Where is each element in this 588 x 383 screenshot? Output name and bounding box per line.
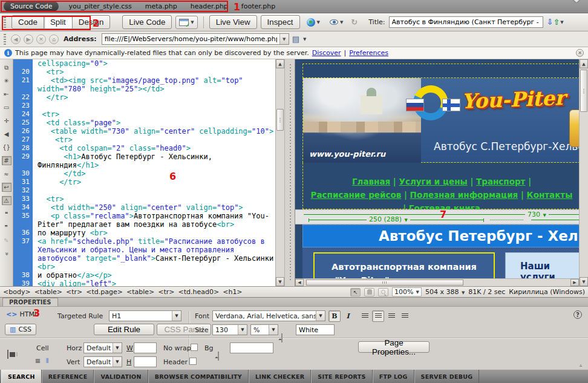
tag-selector-item[interactable]: <table> bbox=[34, 288, 62, 296]
merge-cells-icon[interactable]: ▦ bbox=[35, 358, 41, 364]
zoom-tool-icon[interactable] bbox=[378, 288, 388, 296]
syntax-error-icon[interactable]: ⚠ bbox=[2, 196, 11, 205]
design-nav-link[interactable]: Услуги и цены bbox=[399, 177, 468, 186]
inspect-button[interactable]: Inspect bbox=[261, 15, 300, 29]
discover-link[interactable]: Discover bbox=[312, 49, 341, 57]
related-file-tab[interactable]: header.php bbox=[191, 2, 228, 10]
table-width-outer-label[interactable]: 730 ▼ bbox=[525, 211, 549, 218]
balance-braces-icon[interactable]: {} bbox=[2, 143, 11, 152]
visual-aids-button[interactable]: ▼ bbox=[327, 16, 346, 29]
vert-select[interactable]: Default▼ bbox=[83, 356, 122, 367]
code-line[interactable]: 36по маршруту <br> bbox=[13, 229, 275, 237]
code-navigator-icon[interactable]: ✳ bbox=[2, 76, 11, 85]
home-icon[interactable]: ⌂ bbox=[49, 34, 59, 44]
tag-selector-item[interactable]: <td.page> bbox=[86, 288, 123, 296]
design-view[interactable]: You-Piter Автобус С.Петербург-Хельсинки … bbox=[295, 59, 579, 286]
code-line[interactable]: 35 <p class="reclama">Автотранспортная к… bbox=[13, 212, 275, 229]
design-content-area[interactable]: Автотранспортная компания "You-Piter" пр… bbox=[302, 247, 579, 278]
live-code-button[interactable]: Live Code bbox=[122, 15, 172, 29]
text-color-swatch[interactable] bbox=[281, 333, 283, 342]
preview-in-browser-button[interactable]: ▼ bbox=[304, 16, 323, 29]
align-justify-button[interactable] bbox=[399, 310, 411, 322]
live-view-button[interactable]: Live View bbox=[209, 15, 257, 29]
tag-selector-item[interactable]: <h1> bbox=[223, 288, 242, 296]
design-nav-link[interactable]: Контакты bbox=[527, 190, 573, 200]
size-select[interactable]: 130▼ bbox=[212, 324, 247, 335]
promo-box[interactable]: Автотранспортная компания "You-Piter" пр… bbox=[313, 252, 495, 278]
collapse-panel-icon[interactable]: ▵ bbox=[580, 362, 582, 368]
code-line[interactable]: 33 <tr> bbox=[13, 195, 275, 203]
select-tool-icon[interactable]: ↖ bbox=[350, 288, 361, 296]
align-left-button[interactable] bbox=[359, 310, 371, 322]
tag-selector-item[interactable]: <td.head0> bbox=[178, 288, 220, 296]
design-nav-link[interactable]: Транспорт bbox=[476, 177, 525, 186]
scroll-down-icon[interactable]: ▼ bbox=[580, 277, 588, 286]
split-cell-icon[interactable]: ⫼ bbox=[46, 358, 48, 364]
help-icon[interactable]: ? bbox=[573, 310, 582, 319]
code-line[interactable]: 23 bbox=[13, 102, 275, 110]
cell-height-input[interactable] bbox=[134, 356, 157, 367]
collapse-selection-icon[interactable]: ▭ bbox=[2, 103, 11, 112]
filter-related-files-icon[interactable] bbox=[572, 2, 582, 11]
page-properties-button[interactable]: Page Properties... bbox=[358, 341, 430, 353]
nowrap-checkbox[interactable] bbox=[191, 344, 198, 351]
file-management-button[interactable]: ⇩⇧▼ bbox=[547, 18, 564, 27]
results-tab-validation[interactable]: VALIDATION bbox=[94, 370, 148, 383]
scroll-right-icon[interactable]: ▶ bbox=[570, 279, 579, 286]
results-tab-browser-compatibility[interactable]: BROWSER COMPATIBILITY bbox=[148, 370, 249, 383]
apply-comment-icon[interactable]: ❝ bbox=[2, 209, 11, 218]
tag-selector-item[interactable]: <table> bbox=[126, 288, 154, 296]
close-info-bar-icon[interactable]: ✕ bbox=[576, 49, 584, 57]
forward-icon[interactable]: ▶ bbox=[24, 34, 33, 44]
check-page-button[interactable]: ▼ bbox=[175, 16, 197, 29]
html-mode-button[interactable]: <> HTML bbox=[6, 310, 38, 318]
services-box[interactable]: Наши услуги bbox=[505, 252, 579, 278]
code-line[interactable]: 25 <td class="page"> bbox=[13, 119, 275, 127]
align-right-button[interactable] bbox=[385, 310, 397, 322]
table-width-inner-label[interactable]: 250 (288) ▼ bbox=[367, 215, 410, 223]
results-tab-server-debug[interactable]: SERVER DEBUG bbox=[414, 370, 480, 383]
align-center-button[interactable] bbox=[372, 310, 384, 322]
open-documents-icon[interactable]: ⧉ bbox=[2, 63, 11, 72]
hand-tool-icon[interactable] bbox=[364, 288, 374, 296]
word-wrap-icon[interactable]: ↩ bbox=[2, 183, 11, 192]
select-parent-tag-icon[interactable]: ◀ bbox=[2, 129, 11, 139]
results-tab-search[interactable]: SEARCH bbox=[1, 370, 42, 383]
results-tab-ftp-log[interactable]: FTP LOG bbox=[373, 370, 414, 383]
refresh-icon[interactable]: ↻ bbox=[350, 18, 359, 27]
remove-comment-icon[interactable]: ❞ bbox=[2, 223, 11, 232]
results-tab-reference[interactable]: REFERENCE bbox=[42, 370, 94, 383]
tag-selector-item[interactable]: <tr> bbox=[158, 288, 174, 296]
split-view-button[interactable]: Split bbox=[44, 15, 73, 29]
code-vertical-scrollbar[interactable]: ▲ ▼ bbox=[275, 59, 284, 286]
design-view-button[interactable]: Design bbox=[72, 15, 111, 29]
results-tab-site-reports[interactable]: SITE REPORTS bbox=[311, 370, 372, 383]
size-unit-select[interactable]: %▼ bbox=[250, 324, 278, 335]
code-view[interactable]: cellspacing="0">20 <tr>21 <td><img src="… bbox=[13, 59, 275, 286]
address-input[interactable] bbox=[102, 34, 279, 44]
collapse-full-tag-icon[interactable]: ⇤ bbox=[2, 90, 11, 99]
code-line[interactable]: 22 </tr> bbox=[13, 93, 275, 102]
more-icon[interactable]: » bbox=[2, 249, 11, 259]
scroll-up-icon[interactable]: ▲ bbox=[580, 59, 588, 68]
scroll-up-icon[interactable]: ▲ bbox=[276, 59, 284, 68]
code-line[interactable]: 27 <tr> bbox=[13, 136, 275, 144]
code-line[interactable]: 26 <table width="730" align="center" cel… bbox=[13, 127, 275, 136]
magnification-select[interactable]: 100%▼ bbox=[392, 287, 422, 296]
properties-tab[interactable]: PROPERTIES bbox=[2, 298, 58, 306]
back-icon[interactable]: ◀ bbox=[11, 34, 21, 44]
tag-selector-item[interactable]: <body> bbox=[3, 288, 31, 296]
highlight-invalid-icon[interactable]: ≈ bbox=[2, 169, 11, 178]
code-line[interactable]: 37<a href="schedule.php" title="Расписан… bbox=[13, 237, 275, 271]
tag-selector-item[interactable]: <tr> bbox=[66, 288, 82, 296]
design-horizontal-scrollbar[interactable]: ◀ ▶ bbox=[295, 278, 579, 286]
edit-rule-button[interactable]: Edit Rule bbox=[94, 324, 154, 335]
design-hscroll-thumb[interactable] bbox=[306, 280, 463, 286]
table-width-bar[interactable]: 730 ▼ 250 (288) ▼ bbox=[295, 209, 579, 224]
stop-icon[interactable]: ✕ bbox=[36, 34, 46, 44]
bg-color-input[interactable] bbox=[230, 342, 273, 353]
cell-width-input[interactable] bbox=[134, 342, 157, 353]
address-dropdown-icon[interactable]: ▼ bbox=[279, 34, 289, 44]
text-color-input[interactable] bbox=[296, 324, 335, 335]
horz-select[interactable]: Default▼ bbox=[83, 342, 122, 353]
